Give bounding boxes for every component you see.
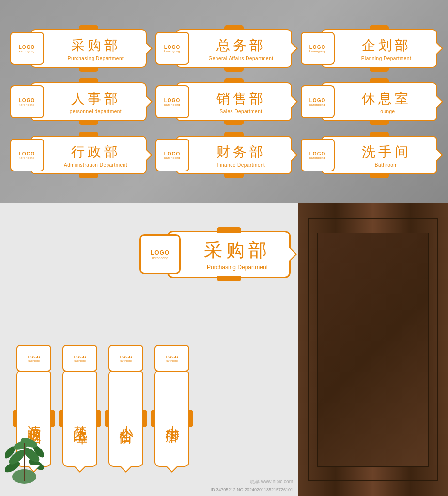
sign-english-7: Finance Department (217, 162, 265, 168)
tab-top-3 (79, 78, 98, 83)
sign-v-logo-sub-3: karongong (166, 359, 178, 362)
watermark-site: 昵享 www.nipic.com (250, 479, 293, 485)
sign-v-chinese-3: 小心脚下 (163, 415, 181, 422)
sign-english-0: Purchasing Department (68, 56, 124, 61)
sign-logo-5: LOGO karongong (301, 85, 335, 118)
sign-body-6: 行政部 Administration Department (31, 136, 147, 174)
sign-v-3: LOGO karongong 小心脚下 (153, 345, 191, 467)
sign-chinese-5: 休息室 (362, 90, 411, 108)
sign-v-logo-3: LOGO karongong (154, 345, 189, 372)
tab-top-5 (370, 78, 389, 83)
sign-chinese-0: 采购部 (71, 36, 121, 55)
sign-v-logo-text-3: LOGO (166, 355, 179, 359)
sign-v-tab-right-0 (50, 410, 55, 427)
tab-top-0 (79, 25, 98, 30)
tab-bottom-4 (224, 120, 244, 125)
sign-chinese-8: 洗手间 (362, 143, 411, 161)
sign-v-2: LOGO karongong 小心台阶 (107, 345, 145, 467)
sign-logo-6: LOGO karongong (10, 139, 44, 171)
sign-body-8: 洗手间 Bathroom (321, 136, 437, 174)
sign-english-6: Administration Department (64, 162, 127, 168)
logo-text-7: LOGO (164, 151, 180, 156)
sign-h-8: LOGO karongong 洗手间 Bathroom (302, 133, 437, 177)
tab-top-6 (79, 132, 98, 137)
logo-text-0: LOGO (19, 45, 35, 50)
logo-sub-8: karongong (309, 156, 325, 159)
sign-english-3: personnel department (70, 109, 122, 114)
sign-v-tab-left-2 (105, 410, 109, 427)
sign-v-body-2: 小心台阶 (108, 370, 143, 467)
large-sign-body: 采购部 Purchasing Department (167, 231, 291, 278)
sign-v-body-1: 禁止喧哗 (62, 370, 97, 467)
bottom-section: LOGO karongong 采购部 Purchasing Department… (0, 203, 448, 496)
sign-v-logo-sub-2: karongong (120, 359, 132, 362)
sign-v-logo-0: LOGO karongong (16, 345, 51, 372)
sign-english-8: Bathroom (375, 162, 398, 168)
wood-door-inner (317, 232, 429, 467)
sign-v-chinese-2: 小心台阶 (117, 415, 135, 422)
sign-v-chinese-0: 请勿吸烟 (25, 415, 43, 422)
sign-v-body-3: 小心脚下 (154, 370, 189, 467)
sign-body-1: 总务部 General Affairs Department (176, 29, 292, 68)
logo-sub-3: karongong (19, 103, 35, 106)
sign-chinese-4: 销售部 (216, 90, 266, 108)
sign-h-4: LOGO karongong 销售部 Sales Department (156, 80, 292, 124)
tab-bottom-5 (370, 120, 389, 125)
sign-chinese-7: 财务部 (216, 143, 266, 161)
logo-sub-5: karongong (309, 103, 325, 106)
sign-h-3: LOGO karongong 人事部 personnel department (11, 80, 147, 124)
sign-chinese-3: 人事部 (71, 90, 121, 108)
wood-door (298, 203, 448, 496)
sign-logo-8: LOGO karongong (301, 139, 335, 171)
large-sign-english: Purchasing Department (207, 264, 268, 271)
sign-h-5: LOGO karongong 休息室 Lounge (302, 80, 437, 124)
sign-body-5: 休息室 Lounge (321, 82, 437, 121)
tab-bottom-2 (370, 67, 389, 72)
tab-bottom-3 (79, 120, 98, 125)
logo-sub-7: karongong (164, 156, 180, 159)
sign-v-logo-text-2: LOGO (120, 355, 133, 359)
sign-body-7: 财务部 Finance Department (176, 136, 292, 174)
sign-body-0: 采购部 Purchasing Department (31, 29, 147, 68)
sign-v-tab-right-1 (96, 410, 101, 427)
sign-english-5: Lounge (377, 109, 395, 114)
tab-top-8 (370, 132, 389, 137)
logo-text-6: LOGO (19, 151, 35, 156)
sign-body-2: 企划部 Planning Department (321, 29, 437, 68)
logo-text-5: LOGO (309, 98, 325, 103)
large-sign-wrapper: LOGO karongong 采购部 Purchasing Department (140, 228, 291, 281)
sign-h-7: LOGO karongong 财务部 Finance Department (156, 133, 292, 177)
sign-logo-7: LOGO karongong (155, 139, 189, 171)
sign-v-logo-1: LOGO karongong (62, 345, 97, 372)
sign-v-tab-right-3 (188, 410, 193, 427)
tab-top-2 (370, 25, 389, 30)
tab-top-7 (224, 132, 244, 137)
logo-text-2: LOGO (309, 45, 325, 50)
logo-text-8: LOGO (309, 151, 325, 156)
top-section: LOGO karongong 采购部 Purchasing Department… (0, 0, 448, 203)
logo-sub-0: karongong (19, 50, 35, 53)
sign-logo-3: LOGO karongong (10, 85, 44, 118)
sign-body-3: 人事部 personnel department (31, 82, 147, 121)
large-sign: LOGO karongong 采购部 Purchasing Department (140, 228, 291, 281)
sign-chinese-6: 行政部 (71, 143, 121, 161)
large-sign-logo: LOGO karongong (139, 234, 181, 274)
tab-bottom-6 (79, 173, 98, 178)
tab-bottom (217, 276, 241, 281)
tab-bottom-8 (370, 173, 389, 178)
sign-h-1: LOGO karongong 总务部 General Affairs Depar… (156, 27, 292, 70)
sign-v-logo-text-1: LOGO (74, 355, 87, 359)
sign-h-2: LOGO karongong 企划部 Planning Department (302, 27, 437, 70)
large-sign-chinese: 采购部 (204, 238, 271, 263)
sign-v-logo-sub-0: karongong (28, 359, 40, 362)
logo-sub-2: karongong (309, 50, 325, 53)
sign-logo-0: LOGO karongong (10, 32, 44, 65)
sign-v-logo-sub-1: karongong (74, 359, 86, 362)
sign-logo-1: LOGO karongong (155, 32, 189, 65)
logo-sub-4: karongong (164, 103, 180, 106)
logo-sub-1: karongong (164, 50, 180, 53)
sign-v-logo-2: LOGO karongong (108, 345, 143, 372)
logo-text-1: LOGO (164, 45, 180, 50)
sign-v-tab-left-0 (13, 410, 17, 427)
large-logo-text: LOGO (151, 249, 170, 256)
